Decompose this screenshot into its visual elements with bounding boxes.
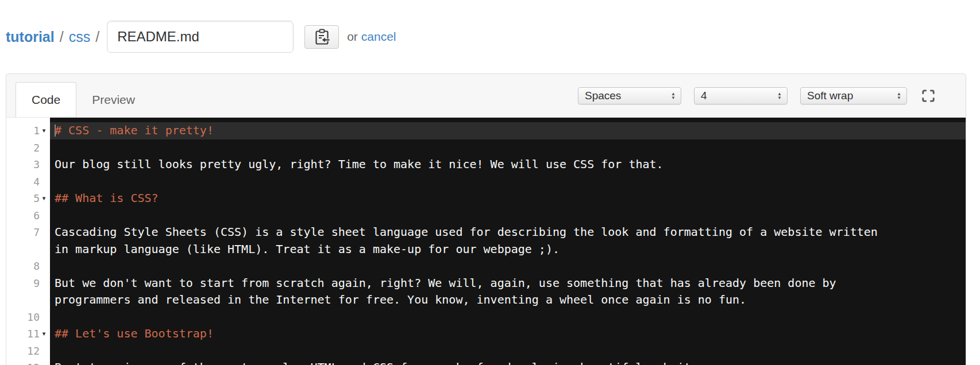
screen-full-icon — [921, 88, 936, 103]
code-line-text[interactable]: Cascading Style Sheets (CSS) is a style … — [50, 224, 966, 241]
gutter-cell: 6 — [6, 207, 50, 224]
gutter-cell: 1▾ — [6, 122, 50, 139]
indent-mode-select[interactable]: Spaces ▲▼ — [578, 87, 681, 104]
cancel-link[interactable]: cancel — [361, 30, 396, 44]
code-line-row: programmers and released in the Internet… — [6, 292, 966, 309]
code-line-row: 8 — [6, 258, 966, 275]
code-line-text[interactable]: ## What is CSS? — [50, 190, 966, 207]
code-line-row: 7Cascading Style Sheets (CSS) is a style… — [6, 224, 966, 241]
indent-size-value: 4 — [701, 90, 707, 102]
up-down-caret-icon: ▲▼ — [671, 92, 676, 100]
breadcrumb-separator: / — [60, 29, 64, 45]
gutter-cell — [6, 241, 50, 258]
gutter-cell: 7 — [6, 224, 50, 241]
editor-panel: Code Preview Spaces ▲▼ 4 ▲▼ Soft wrap ▲▼ — [6, 73, 966, 365]
line-number: 11 — [27, 325, 40, 343]
text-cursor — [55, 125, 56, 137]
line-number: 9 — [33, 275, 40, 292]
chevron-down-icon[interactable]: ▾ — [40, 122, 48, 139]
code-line-row: 3Our blog still looks pretty ugly, right… — [6, 156, 966, 173]
breadcrumb-repo-link[interactable]: tutorial — [6, 29, 55, 45]
code-line-text[interactable] — [50, 309, 966, 326]
code-editor[interactable]: 1▾# CSS - make it pretty!23Our blog stil… — [6, 118, 966, 365]
line-number: 4 — [33, 173, 40, 191]
gutter-cell: 3 — [6, 156, 50, 173]
indent-size-select[interactable]: 4 ▲▼ — [694, 87, 788, 104]
code-line-row: in markup language (like HTML). Treat it… — [6, 241, 966, 258]
wrap-mode-select[interactable]: Soft wrap ▲▼ — [800, 87, 907, 104]
code-line-row: 5▾## What is CSS? — [6, 190, 966, 207]
code-line-text[interactable]: ## Let's use Bootstrap! — [50, 325, 966, 343]
gutter-cell: 5▾ — [6, 190, 50, 207]
code-line-row: 11▾## Let's use Bootstrap! — [6, 325, 966, 343]
copy-path-button[interactable] — [304, 25, 339, 49]
code-line-text[interactable]: # CSS - make it pretty! — [50, 122, 966, 139]
code-line-row: 13Bootstrap is one of the most popular H… — [6, 359, 966, 365]
code-line-row: 9But we don't want to start from scratch… — [6, 275, 966, 292]
tab-code[interactable]: Code — [16, 82, 76, 117]
breadcrumb-folder-link[interactable]: css — [69, 29, 91, 45]
code-line-row: 2 — [6, 139, 966, 157]
gutter-cell: 9 — [6, 275, 50, 292]
filename-input[interactable] — [107, 21, 294, 53]
gutter-cell: 13 — [6, 359, 50, 365]
gutter-cell — [6, 292, 50, 309]
chevron-down-icon[interactable]: ▾ — [40, 325, 48, 343]
breadcrumb-separator: / — [95, 29, 99, 45]
code-line-text[interactable]: programmers and released in the Internet… — [50, 292, 966, 309]
breadcrumb: tutorial / css / or cancel — [0, 0, 980, 59]
code-line-row: 10 — [6, 309, 966, 326]
clipboard-arrow-icon — [314, 29, 330, 45]
editor-header: Code Preview Spaces ▲▼ 4 ▲▼ Soft wrap ▲▼ — [6, 74, 966, 118]
line-number: 10 — [27, 309, 40, 326]
line-number: 8 — [33, 258, 40, 275]
line-number: 3 — [33, 156, 40, 173]
code-line-text[interactable] — [50, 343, 966, 360]
gutter-cell: 8 — [6, 258, 50, 275]
line-number: 2 — [33, 139, 40, 157]
up-down-caret-icon: ▲▼ — [897, 92, 901, 100]
gutter-cell: 4 — [6, 173, 50, 191]
line-number: 12 — [27, 343, 40, 360]
wrap-mode-value: Soft wrap — [807, 90, 853, 102]
or-label: or — [347, 30, 358, 44]
chevron-down-icon[interactable]: ▾ — [40, 190, 48, 207]
tab-preview[interactable]: Preview — [76, 82, 151, 117]
gutter-cell: 10 — [6, 309, 50, 326]
code-line-text[interactable] — [50, 207, 966, 224]
code-line-text[interactable]: But we don't want to start from scratch … — [50, 275, 966, 292]
gutter-cell: 11▾ — [6, 325, 50, 343]
code-line-row: 12 — [6, 343, 966, 360]
code-line-row: 4 — [6, 173, 966, 191]
line-number: 1 — [33, 122, 40, 139]
gutter-cell: 2 — [6, 139, 50, 157]
code-line-row: 6 — [6, 207, 966, 224]
line-number: 13 — [27, 359, 40, 365]
code-line-row: 1▾# CSS - make it pretty! — [6, 122, 966, 139]
up-down-caret-icon: ▲▼ — [777, 92, 782, 100]
code-line-text[interactable] — [50, 258, 966, 275]
file-tabs: Code Preview — [16, 82, 151, 117]
code-line-text[interactable]: in markup language (like HTML). Treat it… — [50, 241, 966, 258]
code-line-text[interactable] — [50, 173, 966, 191]
code-line-text[interactable] — [50, 139, 966, 157]
gutter-cell: 12 — [6, 343, 50, 360]
editor-controls: Spaces ▲▼ 4 ▲▼ Soft wrap ▲▼ — [578, 87, 937, 104]
line-number: 7 — [33, 224, 40, 241]
code-line-text[interactable]: Our blog still looks pretty ugly, right?… — [50, 156, 966, 173]
line-number: 6 — [33, 207, 40, 224]
fullscreen-button[interactable] — [920, 87, 937, 104]
line-number: 5 — [33, 190, 40, 207]
indent-mode-value: Spaces — [585, 90, 621, 102]
code-line-text[interactable]: Bootstrap is one of the most popular HTM… — [50, 359, 966, 365]
